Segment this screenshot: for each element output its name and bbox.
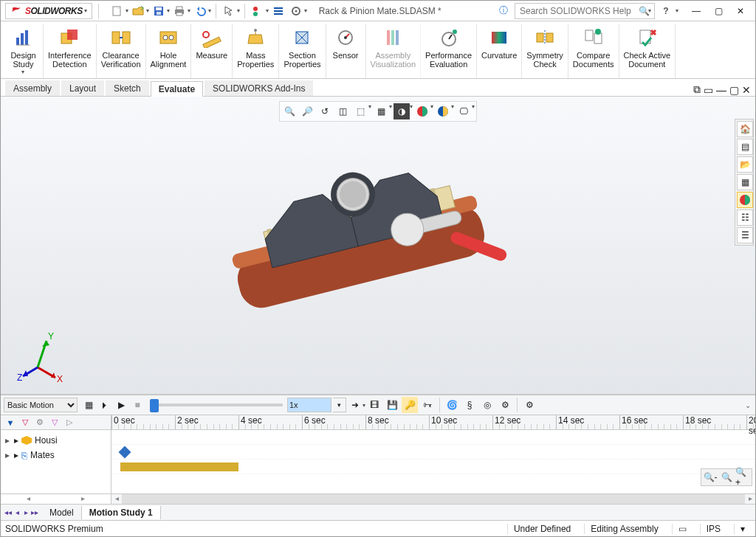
spring-icon[interactable]: § bbox=[461, 397, 478, 413]
new-icon[interactable] bbox=[109, 3, 126, 19]
doc-close-icon[interactable]: ✕ bbox=[742, 84, 751, 96]
play-icon[interactable]: ▶ bbox=[113, 397, 129, 413]
ribbon-design-study[interactable]: Design Study ▾ bbox=[4, 24, 44, 78]
app-logo[interactable]: SOLIDWORKS ▾ bbox=[5, 3, 92, 19]
gravity-icon[interactable]: ⚙ bbox=[497, 397, 513, 413]
taskpane-custom-props-icon[interactable]: ☷ bbox=[737, 209, 753, 226]
undo-menu[interactable]: ▾ bbox=[208, 7, 211, 14]
zoom-out-icon[interactable]: 🔍- bbox=[703, 471, 718, 484]
logo-menu-caret[interactable]: ▾ bbox=[84, 7, 87, 14]
help-dd[interactable]: ▾ bbox=[676, 7, 678, 14]
settings-icon[interactable] bbox=[288, 3, 304, 19]
rebuild-icon[interactable] bbox=[250, 3, 266, 19]
doc-maximize-icon[interactable]: ▢ bbox=[729, 84, 739, 96]
keyframe-icon[interactable] bbox=[119, 446, 131, 459]
tab-sketch[interactable]: Sketch bbox=[106, 80, 149, 96]
timeline-bar[interactable] bbox=[120, 462, 238, 471]
maximize-icon[interactable]: ▢ bbox=[708, 3, 729, 19]
new-menu[interactable]: ▾ bbox=[126, 7, 128, 14]
tab-evaluate[interactable]: Evaluate bbox=[151, 81, 203, 97]
ribbon-symmetry-check[interactable]: Symmetry Check bbox=[522, 24, 568, 78]
stop-icon[interactable]: ■ bbox=[129, 397, 145, 413]
save-animation-icon[interactable]: 🎞 bbox=[366, 397, 382, 413]
motion-tab-model[interactable]: Model bbox=[42, 506, 82, 519]
playback-speed-input[interactable] bbox=[287, 398, 331, 412]
taskpane-forum-icon[interactable]: ☰ bbox=[737, 227, 753, 243]
addkey-icon[interactable]: 🗝 bbox=[419, 397, 436, 413]
search-input[interactable]: 🔍 ▾ bbox=[515, 3, 655, 19]
taskpane-appearances-icon[interactable] bbox=[737, 192, 753, 208]
status-unit-icon[interactable]: ▭ bbox=[672, 524, 693, 534]
ribbon-mass-properties[interactable]: Mass Properties bbox=[233, 24, 279, 78]
timeline-hscroll[interactable]: ◂ ▸ bbox=[111, 493, 755, 504]
rebuild-menu[interactable]: ▾ bbox=[266, 7, 269, 14]
speed-menu[interactable]: ▾ bbox=[333, 398, 346, 412]
ribbon-hole-alignment[interactable]: Hole Alignment bbox=[146, 24, 192, 78]
filter-results-icon[interactable]: ▷ bbox=[63, 417, 76, 429]
motion-type-select[interactable]: Basic Motion bbox=[4, 398, 78, 412]
ribbon-section-properties[interactable]: Section Properties bbox=[279, 24, 326, 78]
doc-minimize-icon[interactable]: — bbox=[716, 84, 726, 96]
playback-slider[interactable] bbox=[150, 403, 283, 406]
undo-icon[interactable] bbox=[192, 3, 208, 19]
ribbon-clearance-verification[interactable]: Clearance Verification bbox=[97, 24, 146, 78]
tab-layout[interactable]: Layout bbox=[61, 80, 104, 96]
minimize-icon[interactable]: — bbox=[686, 3, 707, 19]
ribbon-interference-detection[interactable]: Interference Detection bbox=[44, 24, 97, 78]
contact-icon[interactable]: ◎ bbox=[479, 397, 495, 413]
settings-menu[interactable]: ▾ bbox=[304, 7, 307, 14]
select-menu[interactable]: ▾ bbox=[237, 7, 240, 14]
ribbon-sensor[interactable]: Sensor bbox=[326, 24, 366, 78]
open-icon[interactable] bbox=[130, 3, 146, 19]
filter-driving-icon[interactable]: ⚙ bbox=[33, 417, 47, 429]
play-start-icon[interactable]: ⏵ bbox=[97, 397, 113, 413]
status-extra-icon[interactable]: ▾ bbox=[734, 524, 751, 534]
tree-scroll[interactable]: ◂▸ bbox=[1, 493, 111, 504]
help-icon[interactable]: ⓘ bbox=[495, 3, 512, 19]
search-field[interactable] bbox=[518, 5, 639, 17]
motor-icon[interactable]: 🌀 bbox=[444, 397, 460, 413]
motion-tab-study1[interactable]: Motion Study 1 bbox=[82, 506, 161, 519]
loop-menu[interactable]: ▾ bbox=[362, 402, 365, 409]
select-icon[interactable] bbox=[221, 3, 237, 19]
graphics-viewport[interactable]: 🔍 🔎 ↺ ◫ ⬚▾ ▦▾ ◑▾ ▾ ▾ 🖵▾ 🏠 ▤ 📂 ▦ ☷ ☰ bbox=[1, 97, 755, 395]
tab-addins[interactable]: SOLIDWORKS Add-Ins bbox=[205, 80, 313, 96]
close-icon[interactable]: ✕ bbox=[730, 3, 751, 19]
ribbon-performance-evaluation[interactable]: Performance Evaluation bbox=[421, 24, 477, 78]
status-units[interactable]: IPS bbox=[700, 524, 726, 534]
options-icon[interactable] bbox=[270, 3, 286, 19]
loop-icon[interactable]: ➜ bbox=[347, 397, 363, 413]
tab-assembly[interactable]: Assembly bbox=[5, 80, 60, 96]
motion-timeline[interactable]: 0 sec2 sec4 sec6 sec8 sec10 sec12 sec14 … bbox=[111, 415, 755, 504]
chevron-down-icon[interactable]: ▾ bbox=[21, 69, 24, 75]
save-icon[interactable] bbox=[151, 3, 167, 19]
print-icon[interactable] bbox=[171, 3, 188, 19]
tree-row-housing[interactable]: ▸▸Housi bbox=[4, 433, 108, 448]
taskpane-design-library-icon[interactable]: ▤ bbox=[737, 139, 753, 155]
motion-options-icon[interactable]: ⚙ bbox=[521, 397, 537, 413]
calculate-icon[interactable]: ▦ bbox=[80, 397, 97, 413]
filter-selected-icon[interactable]: ▽ bbox=[48, 417, 61, 429]
animation-wizard-icon[interactable]: 💾 bbox=[384, 397, 400, 413]
taskpane-view-palette-icon[interactable]: ▦ bbox=[737, 174, 753, 190]
doc-cascade-icon[interactable]: ▭ bbox=[704, 84, 713, 96]
motion-tab-nav[interactable]: ◂◂◂▸▸▸ bbox=[1, 508, 42, 516]
ribbon-compare-documents[interactable]: Compare Documents bbox=[568, 24, 619, 78]
save-menu[interactable]: ▾ bbox=[167, 7, 170, 14]
print-menu[interactable]: ▾ bbox=[188, 7, 190, 14]
taskpane-file-explorer-icon[interactable]: 📂 bbox=[737, 156, 753, 173]
autokey-icon[interactable]: 🔑 bbox=[402, 397, 418, 413]
help-menu-icon[interactable]: ? bbox=[658, 3, 674, 19]
zoom-in-icon[interactable]: 🔍+ bbox=[735, 471, 750, 484]
search-menu[interactable]: ▾ bbox=[648, 7, 651, 14]
filter-animated-icon[interactable]: ▽ bbox=[18, 417, 32, 429]
collapse-panel-icon[interactable]: ⌄ bbox=[745, 401, 751, 409]
open-menu[interactable]: ▾ bbox=[146, 7, 149, 14]
ribbon-check-active-document[interactable]: Check Active Document bbox=[619, 24, 676, 78]
zoom-fit-icon[interactable]: 🔍 bbox=[719, 471, 734, 484]
taskpane-home-icon[interactable]: 🏠 bbox=[737, 121, 753, 137]
tree-row-mates[interactable]: ▸▸⎘Mates bbox=[4, 448, 108, 462]
ribbon-curvature[interactable]: Curvature bbox=[477, 24, 522, 78]
doc-tile-icon[interactable]: ⧉ bbox=[693, 83, 701, 96]
filter-icon[interactable]: ▼ bbox=[4, 417, 17, 429]
